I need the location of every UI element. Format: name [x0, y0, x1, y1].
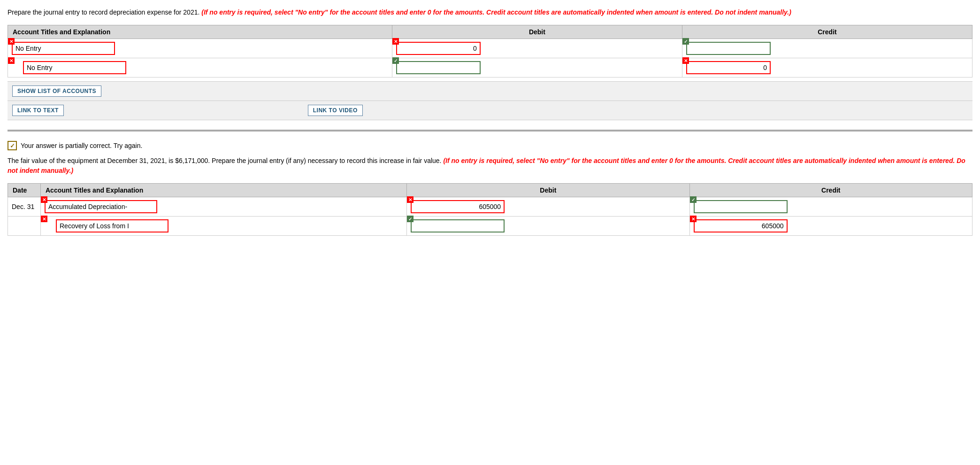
debit-field-wrapper-1-2: ✓ [396, 61, 481, 74]
date-cell-2-2 [8, 217, 41, 236]
section2: ✓ Your answer is partially correct. Try … [8, 141, 972, 236]
col-debit-header-2: Debit [407, 184, 689, 197]
table-row: ✕ ✕ ✓ [8, 39, 972, 58]
account-field-wrapper-1-1: ✕ [12, 42, 115, 55]
credit-input-2-2[interactable] [694, 219, 788, 232]
debit-check-icon-2-2[interactable]: ✓ [407, 216, 413, 222]
col-account-header-1: Account Titles and Explanation [8, 25, 392, 39]
account-cell-1-1: ✕ [8, 39, 392, 58]
credit-cell-2-2: ✕ [689, 217, 972, 236]
debit-x-icon-2-1[interactable]: ✕ [407, 196, 413, 203]
debit-input-2-2[interactable] [411, 219, 505, 232]
col-credit-header-1: Credit [682, 25, 972, 39]
col-credit-header-2: Credit [689, 184, 972, 197]
table-row: Dec. 31 ✕ ✕ ✓ [8, 197, 972, 217]
debit-input-1-2[interactable] [396, 61, 481, 74]
instruction2: The fair value of the equipment at Decem… [8, 156, 972, 176]
credit-cell-2-1: ✓ [689, 197, 972, 217]
credit-field-wrapper-1-1: ✓ [686, 42, 771, 55]
partial-correct-row: ✓ Your answer is partially correct. Try … [8, 141, 972, 150]
account-cell-2-2: ✕ [41, 217, 407, 236]
section-divider [8, 130, 972, 132]
credit-check-icon-2-1[interactable]: ✓ [690, 196, 697, 203]
debit-cell-1-1: ✕ [392, 39, 682, 58]
show-list-toolbar: SHOW LIST OF ACCOUNTS [8, 81, 972, 101]
credit-field-wrapper-1-2: ✕ [686, 61, 771, 74]
partial-correct-icon: ✓ [8, 141, 17, 150]
account-input-2-2[interactable] [56, 219, 168, 232]
debit-cell-2-1: ✕ [407, 197, 689, 217]
credit-check-icon-1-1[interactable]: ✓ [682, 38, 689, 45]
col-debit-header-1: Debit [392, 25, 682, 39]
debit-check-icon-1-2[interactable]: ✓ [392, 57, 399, 64]
credit-field-wrapper-2-2: ✕ [694, 219, 788, 232]
credit-input-1-2[interactable] [686, 61, 771, 74]
partial-correct-text: Your answer is partially correct. Try ag… [21, 142, 142, 149]
account-x-icon-2-1[interactable]: ✕ [41, 196, 47, 203]
account-field-wrapper-1-2: ✕ [12, 61, 126, 74]
link-to-text-button[interactable]: LINK TO TEXT [12, 105, 64, 116]
debit-input-1-1[interactable] [396, 42, 481, 55]
account-input-2-1[interactable] [45, 200, 157, 213]
credit-field-wrapper-2-1: ✓ [694, 200, 788, 213]
journal-table-1: Account Titles and Explanation Debit Cre… [8, 25, 972, 78]
debit-cell-2-2: ✓ [407, 217, 689, 236]
credit-input-1-1[interactable] [686, 42, 771, 55]
account-input-1-1[interactable] [12, 42, 115, 55]
credit-x-icon-2-2[interactable]: ✕ [690, 216, 697, 222]
instruction1-italic: (If no entry is required, select "No ent… [201, 8, 791, 16]
credit-cell-1-1: ✓ [682, 39, 972, 58]
debit-field-wrapper-2-1: ✕ [411, 200, 505, 213]
instruction1-plain: Prepare the journal entry to record depr… [8, 8, 201, 16]
credit-x-icon-1-2[interactable]: ✕ [682, 57, 689, 64]
links-row: LINK TO TEXT LINK TO VIDEO [8, 101, 972, 120]
link-to-video-button[interactable]: LINK TO VIDEO [308, 105, 363, 116]
account-x-icon-1-2[interactable]: ✕ [8, 57, 15, 64]
table-row: ✕ ✓ ✕ [8, 58, 972, 78]
show-list-button[interactable]: SHOW LIST OF ACCOUNTS [12, 85, 101, 97]
instruction2-plain: The fair value of the equipment at Decem… [8, 157, 443, 164]
account-cell-2-1: ✕ [41, 197, 407, 217]
debit-input-2-1[interactable] [411, 200, 505, 213]
account-cell-1-2: ✕ [8, 58, 392, 78]
account-field-wrapper-2-2: ✕ [45, 219, 168, 232]
col-date-header-2: Date [8, 184, 41, 197]
date-cell-2-1: Dec. 31 [8, 197, 41, 217]
debit-x-icon-1-1[interactable]: ✕ [392, 38, 399, 45]
section1: Prepare the journal entry to record depr… [8, 8, 972, 120]
credit-cell-1-2: ✕ [682, 58, 972, 78]
instruction1: Prepare the journal entry to record depr… [8, 8, 972, 17]
credit-input-2-1[interactable] [694, 200, 788, 213]
account-input-1-2[interactable] [23, 61, 126, 74]
journal-table-2: Date Account Titles and Explanation Debi… [8, 183, 972, 236]
account-x-icon-1-1[interactable]: ✕ [8, 38, 15, 45]
account-x-icon-2-2[interactable]: ✕ [41, 216, 47, 222]
account-field-wrapper-2-1: ✕ [45, 200, 157, 213]
debit-field-wrapper-2-2: ✓ [411, 219, 505, 232]
debit-field-wrapper-1-1: ✕ [396, 42, 481, 55]
table-row: ✕ ✓ ✕ [8, 217, 972, 236]
col-account-header-2: Account Titles and Explanation [41, 184, 407, 197]
debit-cell-1-2: ✓ [392, 58, 682, 78]
